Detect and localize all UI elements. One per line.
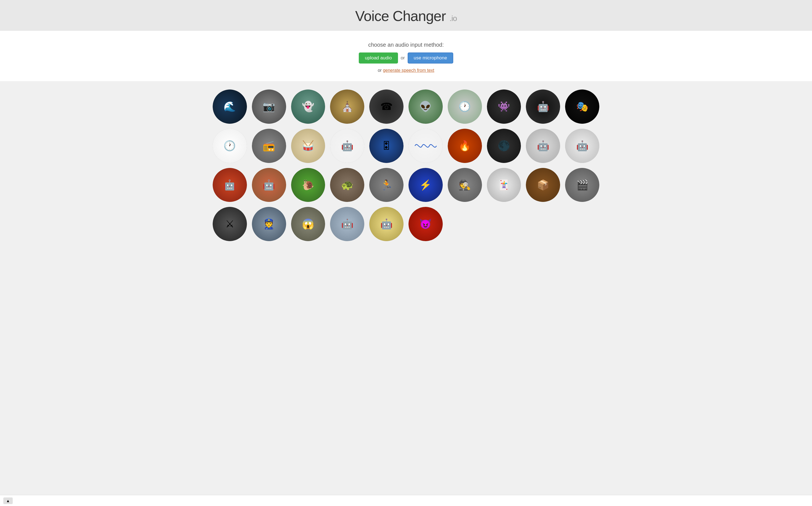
title-domain: .io <box>450 14 457 23</box>
voice-cave[interactable]: 🌑 <box>487 129 521 163</box>
voice-wave[interactable] <box>409 129 443 163</box>
controls-area: choose an audio input method: upload aud… <box>0 31 812 81</box>
voice-telephone[interactable]: ☎ <box>369 89 403 124</box>
snail-icon: 🐌 <box>302 180 314 190</box>
voice-demon[interactable]: 😈 <box>409 207 443 241</box>
ocean-icon: 🌊 <box>223 102 236 111</box>
demon-icon: 😈 <box>419 219 432 229</box>
cute-robot-icon: 🤖 <box>380 219 393 229</box>
choose-label: choose an audio input method: <box>0 42 812 48</box>
generate-speech-link[interactable]: generate speech from text <box>383 68 434 73</box>
voice-anonymous[interactable]: 🎭 <box>565 89 599 124</box>
voice-cards[interactable]: 🃏 <box>487 168 521 202</box>
voice-dalek[interactable]: 🤖 <box>330 129 364 163</box>
voice-dark-alien[interactable]: 👾 <box>487 89 521 124</box>
small-robot-icon: 🤖 <box>341 219 354 229</box>
voice-sonic[interactable]: ⚡ <box>409 168 443 202</box>
spy-icon: 🕵 <box>458 180 471 190</box>
cave-icon: 🌑 <box>498 141 510 151</box>
sonic-icon: ⚡ <box>419 180 432 190</box>
colorful-robot-icon: 🤖 <box>263 180 275 190</box>
voice-snail[interactable]: 🐌 <box>291 168 325 202</box>
wall-clock-icon: 🕐 <box>223 141 236 151</box>
director-icon: 🎬 <box>576 180 589 190</box>
voice-director[interactable]: 🎬 <box>565 168 599 202</box>
policeman-icon: 👮 <box>263 219 275 229</box>
voices-grid: 🌊📷👻⛪☎👽🕐👾🤖🎭🕐📻🥁🤖🎛🔥🌑🤖🤖🤖🤖🐌🐢🏃⚡🕵🃏📦🎬⚔👮😱🤖🤖😈 <box>213 89 599 241</box>
voice-demon-eye[interactable]: 🔥 <box>448 129 482 163</box>
ghost-hand-icon: 👻 <box>302 102 314 111</box>
box-icon: 📦 <box>537 180 549 190</box>
robot-small-icon: 🤖 <box>537 141 549 151</box>
voice-ghost-hand[interactable]: 👻 <box>291 89 325 124</box>
cards-icon: 🃏 <box>498 180 510 190</box>
use-microphone-button[interactable]: use microphone <box>408 53 453 64</box>
runner-icon: 🏃 <box>380 180 393 190</box>
demon-eye-icon: 🔥 <box>458 141 471 151</box>
voice-ocean[interactable]: 🌊 <box>213 89 247 124</box>
voice-robot-tall[interactable]: 🤖 <box>565 129 599 163</box>
telephone-icon: ☎ <box>380 102 393 111</box>
voice-box[interactable]: 📦 <box>526 168 560 202</box>
bottom-bar: ▲ <box>0 495 812 506</box>
voice-cyborg[interactable]: 🤖 <box>526 89 560 124</box>
voice-wtf[interactable]: 😱 <box>291 207 325 241</box>
voice-turtle[interactable]: 🐢 <box>330 168 364 202</box>
camera-bw-icon: 📷 <box>263 102 275 111</box>
input-method-buttons: upload audio or use microphone <box>0 53 812 64</box>
voice-colorful-robot[interactable]: 🤖 <box>252 168 286 202</box>
page-title: Voice Changer .io <box>0 8 812 24</box>
voice-cathedral[interactable]: ⛪ <box>330 89 364 124</box>
voice-alien[interactable]: 👽 <box>409 89 443 124</box>
voice-radio[interactable]: 📻 <box>252 129 286 163</box>
title-main: Voice Changer <box>355 8 446 24</box>
cathedral-icon: ⛪ <box>341 102 354 111</box>
scroll-up-button[interactable]: ▲ <box>3 497 13 504</box>
cymbal-icon: 🥁 <box>302 141 314 151</box>
dark-alien-icon: 👾 <box>498 102 510 111</box>
voice-runner[interactable]: 🏃 <box>369 168 403 202</box>
voice-small-robot[interactable]: 🤖 <box>330 207 364 241</box>
anonymous-icon: 🎭 <box>576 102 589 111</box>
voice-policeman[interactable]: 👮 <box>252 207 286 241</box>
radio-icon: 📻 <box>263 141 275 151</box>
voice-robot-small[interactable]: 🤖 <box>526 129 560 163</box>
voice-melting-clock[interactable]: 🕐 <box>448 89 482 124</box>
synthesizer-icon: 🎛 <box>381 141 391 151</box>
page-header: Voice Changer .io <box>0 0 812 31</box>
dalek-icon: 🤖 <box>341 141 354 151</box>
sauron-icon: ⚔ <box>225 219 234 229</box>
voice-sauron[interactable]: ⚔ <box>213 207 247 241</box>
voice-cymbal[interactable]: 🥁 <box>291 129 325 163</box>
toy-robot-icon: 🤖 <box>223 180 236 190</box>
wtf-icon: 😱 <box>302 219 314 229</box>
or-separator: or <box>401 55 405 61</box>
voices-section: 🌊📷👻⛪☎👽🕐👾🤖🎭🕐📻🥁🤖🎛🔥🌑🤖🤖🤖🤖🐌🐢🏃⚡🕵🃏📦🎬⚔👮😱🤖🤖😈 <box>0 81 812 247</box>
melting-clock-icon: 🕐 <box>458 102 471 111</box>
cyborg-icon: 🤖 <box>537 102 549 111</box>
voice-spy[interactable]: 🕵 <box>448 168 482 202</box>
upload-audio-button[interactable]: upload audio <box>359 53 398 64</box>
voice-cute-robot[interactable]: 🤖 <box>369 207 403 241</box>
turtle-icon: 🐢 <box>341 180 354 190</box>
voice-wall-clock[interactable]: 🕐 <box>213 129 247 163</box>
alien-icon: 👽 <box>419 102 432 111</box>
voice-camera-bw[interactable]: 📷 <box>252 89 286 124</box>
robot-tall-icon: 🤖 <box>576 141 589 151</box>
voice-synthesizer[interactable]: 🎛 <box>369 129 403 163</box>
voice-toy-robot[interactable]: 🤖 <box>213 168 247 202</box>
generate-link-row: or generate speech from text <box>0 68 812 73</box>
generate-prefix: or <box>378 68 382 73</box>
